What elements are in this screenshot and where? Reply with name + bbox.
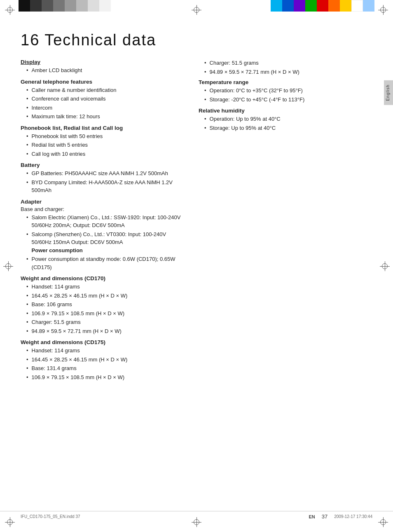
list-item: Salcomp (Shenzhen) Co., Ltd.: VT0300: In…: [21, 230, 185, 255]
reg-mark-right: [380, 261, 390, 271]
list-temperature: Operation: 0°C to +35°C (32°F to 95°F) S…: [199, 87, 372, 103]
section-phonebook: Phonebook list, Redial list and Call log…: [21, 125, 185, 158]
list-item: Conference call and voicemails: [21, 95, 185, 103]
list-item: Operation: 0°C to +35°C (32°F to 95°F): [199, 87, 372, 95]
list-item: BYD Company Limited: H-AAA500A-Z size AA…: [21, 178, 185, 195]
heading-adapter: Adapter: [21, 199, 185, 205]
list-item: Phonebook list with 50 entries: [21, 132, 185, 141]
color-bar-left: [19, 0, 111, 12]
section-temperature: Temperature range Operation: 0°C to +35°…: [199, 79, 372, 103]
section-display: Display Amber LCD backlight: [21, 59, 185, 75]
list-item: Charger: 51.5 grams: [199, 59, 372, 67]
reg-mark-top-left: [5, 5, 15, 15]
list-item: GP Batteries: PH50AAAHC size AAA NiMH 1.…: [21, 169, 185, 178]
list-item: Power consumption at standby mode: 0.6W …: [21, 255, 185, 271]
heading-weight-cd175: Weight and dimensions (CD175): [21, 339, 185, 345]
list-display: Amber LCD backlight: [21, 66, 185, 75]
list-item: Storage: Up to 95% at 40°C: [199, 124, 372, 132]
list-item: 106.9 × 79.15 × 108.5 mm (H × D × W): [21, 309, 185, 318]
list-item: 94.89 × 59.5 × 72.71 mm (H × D × W): [21, 327, 185, 335]
list-item: Handset: 114 grams: [21, 347, 185, 355]
list-item: 164.45 × 28.25 × 46.15 mm (H × D × W): [21, 292, 185, 300]
footer-page-number: 37: [322, 513, 328, 520]
list-item: Storage: -20°C to +45°C (-4°F to 113°F): [199, 96, 372, 104]
list-item: 164.45 × 28.25 × 46.15 mm (H × D × W): [21, 356, 185, 364]
list-cd175-cont: Charger: 51.5 grams 94.89 × 59.5 × 72.71…: [199, 59, 372, 76]
list-battery: GP Batteries: PH50AAAHC size AAA NiMH 1.…: [21, 169, 185, 195]
list-item: Base: 131.4 grams: [21, 364, 185, 373]
list-item: Operation: Up to 95% at 40°C: [199, 115, 372, 123]
right-column: Charger: 51.5 grams 94.89 × 59.5 × 72.71…: [199, 59, 372, 383]
heading-humidity: Relative humidity: [199, 108, 372, 114]
heading-display: Display: [21, 59, 185, 65]
list-item: Intercom: [21, 104, 185, 112]
reg-mark-top-center: [192, 5, 201, 15]
list-item: Handset: 114 grams: [21, 283, 185, 291]
page-title: 16 Technical data: [21, 31, 372, 49]
footer-file-info: IFU_CD170-175_05_EN.indd 37: [21, 514, 80, 519]
list-item: Redial list with 5 entries: [21, 141, 185, 149]
footer-right: EN 37 2009-12-17 17:30:44: [309, 513, 372, 520]
list-item: 94.89 × 59.5 × 72.71 mm (H × D × W): [199, 68, 372, 76]
list-item: Caller name & number identification: [21, 86, 185, 94]
list-item: 106.9 × 79.15 × 108.5 mm (H × D × W): [21, 373, 185, 382]
list-weight-cd175: Handset: 114 grams 164.45 × 28.25 × 46.1…: [21, 347, 185, 381]
language-tab: English: [384, 80, 393, 105]
section-weight-cd170: Weight and dimensions (CD170) Handset: 1…: [21, 275, 185, 335]
list-item: Maximum talk time: 12 hours: [21, 112, 185, 121]
list-weight-cd170: Handset: 114 grams 164.45 × 28.25 × 46.1…: [21, 283, 185, 335]
reg-mark-top-right: [378, 5, 388, 15]
list-general: Caller name & number identification Conf…: [21, 86, 185, 121]
heading-temperature: Temperature range: [199, 79, 372, 85]
color-bar-right: [271, 0, 374, 12]
list-adapter: Salom Electric (Xiamen) Co., Ltd.: SSW-1…: [21, 213, 185, 272]
list-humidity: Operation: Up to 95% at 40°C Storage: Up…: [199, 115, 372, 132]
section-weight-cd175: Weight and dimensions (CD175) Handset: 1…: [21, 339, 185, 381]
section-battery: Battery GP Batteries: PH50AAAHC size AAA…: [21, 162, 185, 195]
heading-weight-cd170: Weight and dimensions (CD170): [21, 275, 185, 281]
section-adapter: Adapter Base and charger: Salom Electric…: [21, 199, 185, 272]
heading-phonebook: Phonebook list, Redial list and Call log: [21, 125, 185, 131]
list-item: Base: 106 grams: [21, 300, 185, 309]
adapter-intro: Base and charger:: [21, 206, 185, 212]
reg-mark-left: [3, 261, 13, 271]
list-item: Amber LCD backlight: [21, 66, 185, 75]
list-phonebook: Phonebook list with 50 entries Redial li…: [21, 132, 185, 158]
left-column: Display Amber LCD backlight General tele…: [21, 59, 185, 383]
page-footer: IFU_CD170-175_05_EN.indd 37 EN 37 2009-1…: [0, 511, 393, 520]
footer-lang: EN: [309, 514, 315, 519]
list-item: Call log with 10 entries: [21, 150, 185, 158]
list-item: Salom Electric (Xiamen) Co., Ltd.: SSW-1…: [21, 213, 185, 230]
heading-general: General telephone features: [21, 79, 185, 85]
section-general: General telephone features Caller name &…: [21, 79, 185, 121]
footer-timestamp: 2009-12-17 17:30:44: [334, 514, 372, 519]
section-humidity: Relative humidity Operation: Up to 95% a…: [199, 108, 372, 132]
heading-battery: Battery: [21, 162, 185, 168]
list-item: Charger: 51.5 grams: [21, 318, 185, 326]
